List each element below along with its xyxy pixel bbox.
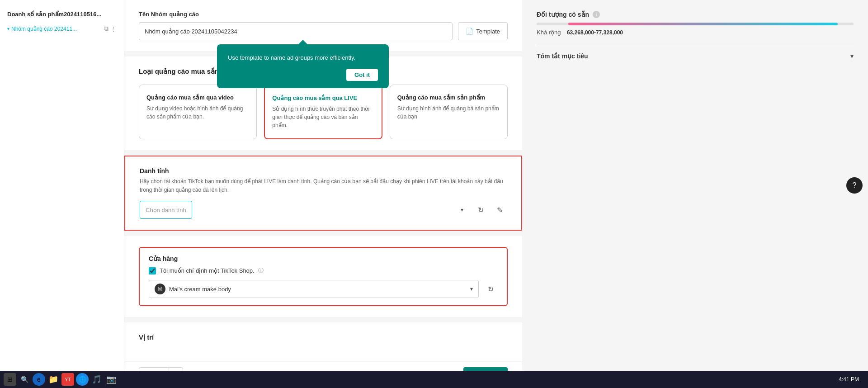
identity-select-row: Chọn danh tính ▾ ↻ ✎ (140, 201, 507, 219)
help-icon: ? (853, 181, 857, 189)
identity-desc: Hãy chọn tài khoản TikTok bạn muốn dùng … (140, 177, 507, 194)
more-icon[interactable]: ⋮ (110, 25, 117, 33)
identity-select-wrapper: Chọn danh tính ▾ (140, 201, 469, 219)
template-btn-label: Template (476, 28, 500, 35)
identity-section: Danh tính Hãy chọn tài khoản TikTok bạn … (124, 156, 522, 231)
doc-icon: 📄 (466, 28, 473, 35)
ad-group-name-section: Tên Nhóm quảng cáo 📄 Template (124, 0, 522, 51)
store-chevron-icon: ▾ (470, 286, 473, 292)
taskbar-time: 4:41 PM (839, 376, 864, 383)
identity-edit-button[interactable]: ✎ (492, 203, 507, 217)
ad-type-live-title: Quảng cáo mua sắm qua LIVE (272, 95, 374, 101)
taskbar: ⊞ 🔍 e 📁 YT 🌐 🎵 📷 4:41 PM (0, 371, 868, 388)
summary-title: Tóm tắt mục tiêu (537, 52, 588, 60)
sidebar-item-ad-group[interactable]: ▾ Nhóm quảng cáo 202411... ⧉ ⋮ (0, 21, 124, 36)
store-name-label: Mai's cream make body (169, 286, 470, 293)
taskbar-start-icon[interactable]: ⊞ (4, 373, 16, 386)
ad-type-product-title: Quảng cáo mua sắm sản phẩm (397, 94, 500, 101)
sidebar-item-label: Nhóm quảng cáo 202411... (11, 26, 102, 32)
store-refresh-button[interactable]: ↻ (483, 282, 498, 296)
store-section-wrapper: Cửa hàng Tôi muốn chỉ định một TikTok Sh… (124, 236, 522, 317)
store-heading: Cửa hàng (140, 248, 507, 262)
right-panel: Đối tượng có sẵn i Khá rộng 63,268,000-7… (522, 0, 868, 371)
divider (537, 45, 854, 45)
copy-icon[interactable]: ⧉ (104, 25, 108, 33)
audience-range-row: Khá rộng 63,268,000-77,328,000 (537, 29, 854, 36)
location-section: Vị trí (124, 322, 522, 361)
identity-refresh-button[interactable]: ↻ (473, 203, 488, 217)
ad-type-live-desc: Sử dụng hình thức truyền phát theo thời … (272, 105, 374, 129)
ad-group-name-row: 📄 Template (139, 22, 508, 40)
taskbar-search-icon[interactable]: 🔍 (18, 373, 31, 386)
tooltip-bubble: Use template to name ad groups more effi… (217, 44, 389, 88)
store-checkbox[interactable] (149, 267, 156, 274)
template-button[interactable]: 📄 Template (458, 22, 508, 40)
identity-select[interactable]: Chọn danh tính (140, 201, 192, 219)
ad-group-name-label: Tên Nhóm quảng cáo (139, 11, 508, 18)
ad-group-name-input[interactable] (139, 22, 453, 40)
ad-type-video-desc: Sử dụng video hoặc hình ảnh để quảng cáo… (146, 104, 249, 121)
store-select-row: M Mai's cream make body ▾ ↻ (149, 280, 498, 298)
identity-chevron-down-icon: ▾ (461, 207, 463, 213)
identity-heading: Danh tính (140, 167, 507, 175)
summary-chevron-icon: ▾ (850, 52, 854, 60)
taskbar-app6-icon[interactable]: 📷 (105, 373, 118, 386)
range-bar-fill (568, 23, 838, 25)
help-button[interactable]: ? (846, 177, 863, 194)
ad-type-card-product[interactable]: Quảng cáo mua sắm sản phẩm Sử dụng hình … (390, 85, 508, 139)
ad-type-product-desc: Sử dụng hình ảnh để quảng bá sản phẩm củ… (397, 104, 500, 121)
summary-header[interactable]: Tóm tắt mục tiêu ▾ (537, 52, 854, 60)
ad-type-card-video[interactable]: Quảng cáo mua sắm qua video Sử dụng vide… (139, 85, 257, 139)
store-section: Cửa hàng Tôi muốn chỉ định một TikTok Sh… (139, 247, 508, 306)
location-heading: Vị trí (139, 333, 508, 341)
store-avatar: M (155, 284, 165, 294)
audience-header: Đối tượng có sẵn i (537, 11, 854, 18)
tooltip-text: Use template to name ad groups more effi… (228, 53, 378, 62)
audience-title: Đối tượng có sẵn (537, 11, 589, 18)
store-select-wrapper[interactable]: M Mai's cream make body ▾ (149, 280, 479, 298)
taskbar-app3-icon[interactable]: YT (61, 373, 74, 386)
range-bar-container (537, 23, 854, 25)
audience-info-icon[interactable]: i (593, 11, 600, 18)
taskbar-app2-icon[interactable]: 📁 (47, 373, 60, 386)
ad-type-video-title: Quảng cáo mua sắm qua video (146, 94, 249, 101)
taskbar-app1-icon[interactable]: e (33, 373, 45, 386)
store-checkbox-row: Tôi muốn chỉ định một TikTok Shop. ⓘ (149, 267, 498, 274)
ad-type-grid: Quảng cáo mua sắm qua video Sử dụng vide… (139, 85, 508, 139)
ad-type-card-live[interactable]: Quảng cáo mua sắm qua LIVE Sử dụng hình … (264, 85, 382, 139)
store-checkbox-label: Tôi muốn chỉ định một TikTok Shop. (160, 267, 255, 274)
taskbar-app4-icon[interactable]: 🌐 (76, 373, 89, 386)
store-info-icon[interactable]: ⓘ (258, 267, 264, 274)
sidebar: Doanh số sản phẩm2024110516... ▾ Nhóm qu… (0, 0, 124, 371)
taskbar-app5-icon[interactable]: 🎵 (90, 373, 103, 386)
sidebar-title: Doanh số sản phẩm2024110516... (0, 7, 124, 21)
audience-range-label: Khá rộng (537, 29, 561, 36)
got-it-button[interactable]: Got it (346, 69, 378, 81)
audience-range-numbers: 63,268,000-77,328,000 (567, 29, 623, 36)
chevron-icon: ▾ (7, 26, 9, 31)
store-body: Tôi muốn chỉ định một TikTok Shop. ⓘ M M… (140, 267, 507, 305)
